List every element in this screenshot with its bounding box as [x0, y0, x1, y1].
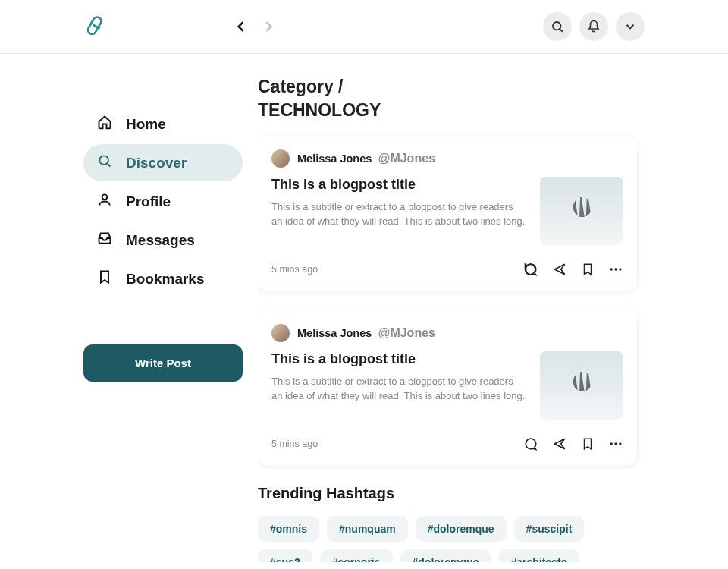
home-icon — [97, 115, 112, 134]
sidebar-item-discover[interactable]: Discover — [83, 144, 243, 181]
sidebar-item-label: Messages — [126, 232, 195, 249]
more-button[interactable] — [608, 262, 623, 277]
hashtag[interactable]: #suscipit — [514, 516, 585, 542]
sidebar-item-label: Bookmarks — [126, 271, 205, 288]
comment-button[interactable] — [523, 262, 538, 277]
svg-point-2 — [553, 22, 561, 30]
breadcrumb-prefix: Category / — [258, 77, 343, 96]
more-button[interactable] — [608, 436, 623, 451]
post-subtitle: This is a subtitle or extract to a blogp… — [271, 200, 526, 229]
logo-icon — [83, 14, 109, 39]
hashtag[interactable]: #doloremque — [416, 516, 507, 542]
sidebar-item-profile[interactable]: Profile — [83, 183, 243, 220]
history-nav — [229, 14, 281, 39]
avatar[interactable] — [271, 149, 290, 168]
hashtag[interactable]: #omnis — [258, 516, 319, 542]
sidebar-item-label: Discover — [126, 155, 187, 171]
top-actions — [543, 12, 645, 41]
svg-line-5 — [108, 164, 111, 167]
bookmark-button[interactable] — [581, 262, 595, 277]
sidebar-item-home[interactable]: Home — [83, 105, 243, 143]
top-bar — [0, 0, 728, 54]
author-handle: @MJones — [378, 152, 435, 165]
author-name: Melissa Jones — [297, 327, 372, 339]
post-subtitle: This is a subtitle or extract to a blogp… — [271, 375, 526, 404]
share-button[interactable] — [552, 436, 567, 451]
svg-line-3 — [560, 29, 562, 31]
comment-button[interactable] — [523, 436, 538, 451]
svg-point-6 — [102, 194, 108, 200]
post-timestamp: 5 mins ago — [271, 439, 318, 449]
sidebar: Home Discover Profile Messages Bookmarks… — [83, 75, 243, 562]
hashtag[interactable]: #corporis — [320, 549, 393, 562]
hashtag[interactable]: #sus2 — [258, 549, 312, 562]
post-thumbnail — [540, 177, 623, 245]
main-content: Category / TECHNOLOGY Melissa Jones @MJo… — [258, 75, 645, 562]
write-post-button[interactable]: Write Post — [83, 344, 243, 382]
svg-point-9 — [619, 268, 621, 270]
svg-point-4 — [99, 156, 108, 165]
sidebar-item-label: Home — [126, 116, 166, 133]
svg-point-8 — [614, 268, 617, 270]
svg-point-10 — [610, 442, 613, 445]
share-button[interactable] — [552, 262, 567, 277]
svg-point-11 — [614, 442, 617, 445]
forward-button[interactable] — [256, 14, 281, 39]
trending-tags: #omnis #numquam #doloremque #suscipit #s… — [258, 516, 637, 562]
author-handle: @MJones — [378, 326, 435, 339]
hashtag[interactable]: #architecto — [498, 549, 579, 562]
post-author-line: Melissa Jones @MJones — [297, 326, 435, 340]
avatar[interactable] — [271, 324, 290, 342]
hashtag[interactable]: #numquam — [327, 516, 408, 542]
account-menu-button[interactable] — [616, 12, 645, 41]
bookmark-icon — [97, 269, 112, 288]
hashtag[interactable]: #doloremque — [400, 549, 491, 562]
trending-title: Trending Hashtags — [258, 485, 637, 502]
post-title: This is a blogpost title — [271, 351, 526, 367]
search-button[interactable] — [543, 12, 572, 41]
post-thumbnail — [540, 351, 623, 420]
sidebar-item-bookmarks[interactable]: Bookmarks — [83, 260, 243, 297]
author-name: Melissa Jones — [297, 152, 372, 165]
bookmark-button[interactable] — [581, 436, 595, 451]
search-icon — [97, 153, 112, 172]
breadcrumb: Category / TECHNOLOGY — [258, 75, 637, 122]
sidebar-item-label: Profile — [126, 193, 171, 210]
post-author-line: Melissa Jones @MJones — [297, 152, 435, 165]
user-icon — [97, 192, 112, 211]
post-title: This is a blogpost title — [271, 177, 526, 193]
notifications-button[interactable] — [579, 12, 608, 41]
svg-point-12 — [619, 442, 621, 445]
svg-point-7 — [610, 268, 613, 270]
post-timestamp: 5 mins ago — [271, 264, 318, 275]
post-card[interactable]: Melissa Jones @MJones This is a blogpost… — [258, 136, 637, 291]
inbox-icon — [97, 231, 112, 250]
back-button[interactable] — [229, 14, 253, 39]
breadcrumb-current: TECHNOLOGY — [258, 100, 381, 120]
post-card[interactable]: Melissa Jones @MJones This is a blogpost… — [258, 310, 637, 465]
sidebar-item-messages[interactable]: Messages — [83, 222, 243, 259]
